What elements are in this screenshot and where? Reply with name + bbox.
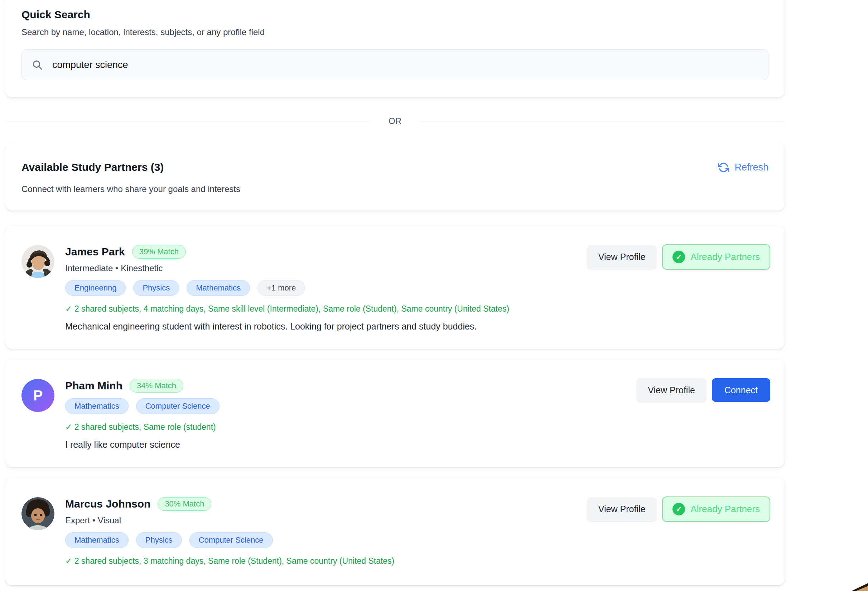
- match-details: ✓ 2 shared subjects, 3 matching days, Sa…: [65, 556, 580, 566]
- match-badge: 34% Match: [130, 379, 183, 393]
- partner-actions: View Profile ✓ Already Partners: [587, 244, 770, 270]
- subject-tag[interactable]: Physics: [136, 532, 182, 548]
- divider-line-left: [5, 121, 370, 121]
- subject-tag[interactable]: Computer Science: [189, 532, 273, 548]
- subject-tags: Engineering Physics Mathematics +1 more: [65, 280, 580, 296]
- partners-header-card: Available Study Partners (3) Refresh Con…: [5, 143, 785, 211]
- or-divider: OR: [5, 116, 785, 126]
- subject-tag[interactable]: Mathematics: [65, 398, 128, 414]
- or-label: OR: [388, 116, 402, 126]
- subject-tags: Mathematics Computer Science: [65, 398, 629, 414]
- subject-tag[interactable]: Engineering: [65, 280, 126, 296]
- partners-title: Available Study Partners (3): [22, 161, 164, 173]
- search-box[interactable]: [22, 49, 768, 80]
- partner-actions: View Profile ✓ Already Partners: [587, 496, 770, 522]
- divider-line-right: [420, 121, 785, 121]
- avatar-photo: [22, 497, 55, 530]
- search-icon: [31, 59, 43, 71]
- partner-card-pham-minh: P Pham Minh 34% Match Mathematics Comput…: [5, 360, 785, 467]
- partner-actions: View Profile Connect: [637, 378, 770, 402]
- connect-button[interactable]: Connect: [712, 378, 770, 402]
- refresh-label: Refresh: [734, 162, 768, 173]
- subject-tags: Mathematics Physics Computer Science: [65, 532, 580, 548]
- match-badge: 39% Match: [132, 245, 186, 259]
- partners-subtitle: Connect with learners who share your goa…: [22, 184, 768, 194]
- already-partners-badge: ✓ Already Partners: [662, 244, 770, 270]
- partner-bio: I really like computer science: [65, 439, 629, 450]
- page-content: Quick Search Search by name, location, i…: [5, 0, 785, 585]
- avatar-initial: P: [22, 379, 55, 412]
- already-partners-badge: ✓ Already Partners: [662, 496, 770, 522]
- quick-search-card: Quick Search Search by name, location, i…: [5, 0, 785, 98]
- match-details: ✓ 2 shared subjects, Same role (student): [65, 422, 629, 432]
- partner-name: James Park: [65, 246, 125, 258]
- view-profile-button[interactable]: View Profile: [587, 245, 657, 269]
- subject-tag[interactable]: Computer Science: [136, 398, 220, 414]
- partner-card-marcus-johnson: Marcus Johnson 30% Match Expert • Visual…: [5, 478, 785, 585]
- cursor-artifact: [852, 583, 868, 591]
- subject-tag[interactable]: Mathematics: [65, 532, 128, 548]
- partner-name: Marcus Johnson: [65, 498, 151, 510]
- already-partners-label: Already Partners: [690, 251, 760, 263]
- subject-tag[interactable]: Physics: [133, 280, 179, 296]
- match-details: ✓ 2 shared subjects, 4 matching days, Sa…: [65, 304, 580, 314]
- view-profile-button[interactable]: View Profile: [587, 498, 657, 521]
- search-input[interactable]: [52, 59, 759, 71]
- view-profile-button[interactable]: View Profile: [637, 378, 706, 402]
- partner-meta: Intermediate • Kinesthetic: [65, 263, 580, 273]
- refresh-button[interactable]: Refresh: [718, 162, 768, 173]
- match-badge: 30% Match: [158, 497, 211, 511]
- quick-search-title: Quick Search: [22, 9, 768, 21]
- partner-list: James Park 39% Match Intermediate • Kine…: [5, 226, 785, 585]
- partner-name: Pham Minh: [65, 380, 123, 392]
- avatar-photo: [22, 245, 55, 278]
- check-icon: ✓: [673, 503, 685, 516]
- partner-bio: Mechanical engineering student with inte…: [65, 321, 580, 332]
- quick-search-subtitle: Search by name, location, interests, sub…: [22, 27, 768, 37]
- already-partners-label: Already Partners: [690, 504, 760, 515]
- refresh-icon: [718, 162, 729, 173]
- more-tags-badge[interactable]: +1 more: [257, 280, 305, 296]
- partner-card-james-park: James Park 39% Match Intermediate • Kine…: [5, 226, 785, 349]
- partner-meta: Expert • Visual: [65, 516, 580, 526]
- avatar-initial-letter: P: [33, 387, 43, 404]
- check-icon: ✓: [673, 251, 685, 263]
- subject-tag[interactable]: Mathematics: [187, 280, 250, 296]
